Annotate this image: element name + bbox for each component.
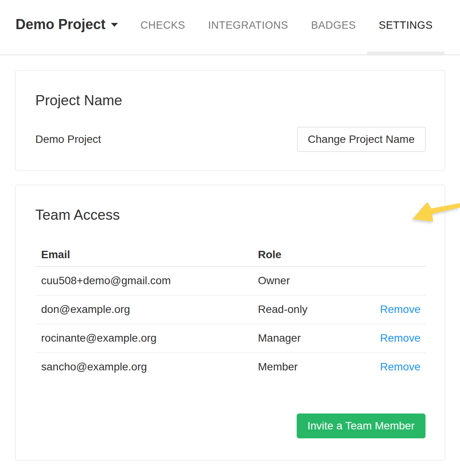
member-email: sancho@example.org xyxy=(35,353,252,381)
team-member-row: sancho@example.orgMemberRemove xyxy=(35,353,426,381)
invite-row: Invite a Team Member xyxy=(35,413,425,438)
project-name-card-title: Project Name xyxy=(35,92,425,109)
member-role: Read-only xyxy=(252,295,361,324)
member-role: Member xyxy=(252,353,361,381)
member-action-cell: Remove xyxy=(361,353,426,381)
team-access-card-title: Team Access xyxy=(35,207,425,224)
invite-team-member-button[interactable]: Invite a Team Member xyxy=(297,413,426,438)
member-role: Manager xyxy=(252,324,361,353)
tab-checks[interactable]: CHECKS xyxy=(140,19,185,31)
project-switcher[interactable]: Demo Project xyxy=(16,16,118,33)
team-members-table: Email Role cuu508+demo@gmail.comOwnerdon… xyxy=(35,243,426,381)
member-role: Owner xyxy=(252,266,361,295)
tab-integrations[interactable]: INTEGRATIONS xyxy=(208,19,289,31)
project-name-row: Demo Project Change Project Name xyxy=(35,127,425,152)
remove-member-link[interactable]: Remove xyxy=(380,332,420,344)
member-email: rocinante@example.org xyxy=(35,324,252,353)
tab-badges[interactable]: BADGES xyxy=(311,19,356,31)
member-action-cell: Remove xyxy=(361,295,426,324)
team-access-card: Team Access Email Role cuu508+demo@gmail… xyxy=(15,185,445,460)
role-column-header: Role xyxy=(252,243,361,266)
email-column-header: Email xyxy=(35,243,252,266)
project-name-card: Project Name Demo Project Change Project… xyxy=(15,70,445,170)
tab-settings[interactable]: SETTINGS xyxy=(379,19,433,31)
team-table-header-row: Email Role xyxy=(35,243,426,266)
remove-member-link[interactable]: Remove xyxy=(380,303,420,315)
member-email: don@example.org xyxy=(35,295,252,324)
change-project-name-button[interactable]: Change Project Name xyxy=(297,127,425,152)
chevron-down-icon xyxy=(111,23,118,27)
action-column-header xyxy=(361,243,426,266)
member-action-cell: Remove xyxy=(361,324,426,353)
top-navbar: Demo Project CHECKSINTEGRATIONSBADGESSET… xyxy=(0,0,460,56)
member-action-cell xyxy=(361,266,426,295)
team-table-body: cuu508+demo@gmail.comOwnerdon@example.or… xyxy=(35,266,426,381)
nav-tabs: CHECKSINTEGRATIONSBADGESSETTINGS xyxy=(140,19,433,31)
current-project-name: Demo Project xyxy=(35,133,101,146)
team-member-row: rocinante@example.orgManagerRemove xyxy=(35,324,426,353)
member-email: cuu508+demo@gmail.com xyxy=(35,266,252,295)
remove-member-link[interactable]: Remove xyxy=(380,361,420,373)
project-switcher-label: Demo Project xyxy=(16,16,105,32)
team-member-row: cuu508+demo@gmail.comOwner xyxy=(35,266,426,295)
team-member-row: don@example.orgRead-onlyRemove xyxy=(35,295,426,324)
